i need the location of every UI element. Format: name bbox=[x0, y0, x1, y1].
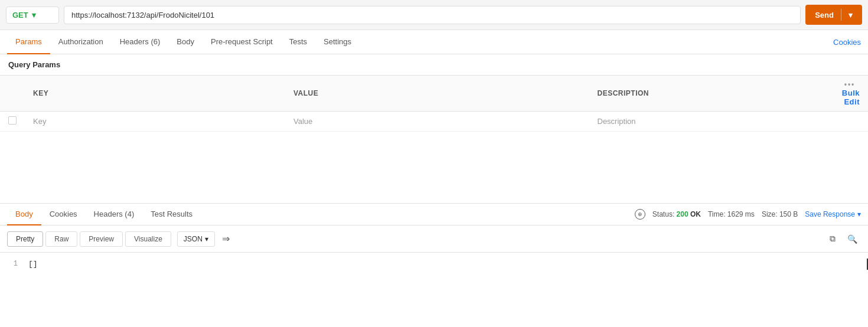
search-icon: 🔍 bbox=[847, 234, 857, 244]
table-row: Key Value Description bbox=[0, 112, 868, 132]
copy-btn[interactable]: ⧉ bbox=[826, 231, 839, 246]
copy-icon: ⧉ bbox=[830, 234, 836, 243]
save-response-btn[interactable]: Save Response ▾ bbox=[805, 210, 861, 218]
send-label: Send bbox=[815, 11, 834, 19]
search-btn[interactable]: 🔍 bbox=[844, 231, 861, 246]
row-checkbox[interactable] bbox=[8, 116, 17, 125]
value-placeholder: Value bbox=[293, 117, 312, 126]
tab-authorization[interactable]: Authorization bbox=[50, 30, 112, 54]
line-content-1: [] bbox=[24, 259, 868, 270]
cookies-link[interactable]: Cookies bbox=[833, 31, 861, 54]
method-chevron-icon: ▾ bbox=[32, 11, 36, 19]
response-tabs-bar: Body Cookies Headers (4) Test Results ⊕ … bbox=[0, 204, 868, 225]
value-column-header: VALUE bbox=[285, 76, 589, 112]
time-value: 1629 ms bbox=[727, 210, 755, 218]
method-selector[interactable]: GET ▾ bbox=[6, 6, 59, 24]
response-tab-headers[interactable]: Headers (4) bbox=[86, 204, 143, 225]
method-label: GET bbox=[12, 11, 28, 19]
description-column-header: DESCRIPTION bbox=[589, 76, 821, 112]
size-value: 150 B bbox=[779, 210, 798, 218]
tab-params[interactable]: Params bbox=[7, 30, 50, 54]
value-cell[interactable]: Value bbox=[285, 112, 589, 132]
response-tab-testresults[interactable]: Test Results bbox=[142, 204, 201, 225]
tab-settings[interactable]: Settings bbox=[315, 30, 360, 54]
response-tab-body[interactable]: Body bbox=[7, 204, 41, 225]
description-placeholder: Description bbox=[598, 117, 636, 126]
tab-tests[interactable]: Tests bbox=[281, 30, 315, 54]
format-type-chevron-icon: ▾ bbox=[205, 235, 208, 243]
tab-headers[interactable]: Headers (6) bbox=[112, 30, 169, 54]
line-number-1: 1 bbox=[0, 259, 24, 269]
send-chevron-icon: ▾ bbox=[849, 11, 853, 19]
row-checkbox-cell bbox=[0, 112, 25, 132]
key-placeholder: Key bbox=[33, 117, 46, 126]
format-type-label: JSON bbox=[184, 235, 203, 243]
send-button[interactable]: Send ▾ bbox=[805, 5, 862, 25]
time-label: Time: 1629 ms bbox=[708, 210, 755, 218]
url-bar: GET ▾ Send ▾ bbox=[0, 0, 868, 30]
wrap-icon: ⇒ bbox=[222, 234, 230, 244]
raw-btn[interactable]: Raw bbox=[45, 231, 77, 247]
status-text: OK bbox=[690, 210, 701, 218]
app-container: GET ▾ Send ▾ Params Authorization Header… bbox=[0, 0, 868, 327]
wrap-btn[interactable]: ⇒ bbox=[217, 230, 234, 247]
response-tab-cookies[interactable]: Cookies bbox=[41, 204, 86, 225]
format-bar: Pretty Raw Preview Visualize JSON ▾ ⇒ ⧉ … bbox=[0, 225, 868, 253]
status-label: Status: 200 OK bbox=[652, 210, 701, 218]
actions-col-header: ••• Bulk Edit bbox=[821, 76, 868, 112]
visualize-btn[interactable]: Visualize bbox=[125, 231, 171, 247]
preview-btn[interactable]: Preview bbox=[80, 231, 123, 247]
pretty-btn[interactable]: Pretty bbox=[7, 231, 43, 247]
description-cell[interactable]: Description bbox=[589, 112, 821, 132]
size-label: Size: 150 B bbox=[762, 210, 798, 218]
tab-prerequest[interactable]: Pre-request Script bbox=[203, 30, 281, 54]
key-cell[interactable]: Key bbox=[25, 112, 285, 132]
tab-body[interactable]: Body bbox=[168, 30, 203, 54]
request-tabs-bar: Params Authorization Headers (6) Body Pr… bbox=[0, 30, 868, 54]
status-code: 200 bbox=[677, 210, 688, 218]
code-area[interactable]: 1 [] bbox=[0, 253, 868, 276]
format-bar-right: ⧉ 🔍 bbox=[826, 231, 861, 246]
checkbox-header-col bbox=[0, 76, 25, 112]
upper-panel: Query Params KEY VALUE DESCRIPTION ••• B… bbox=[0, 54, 868, 203]
params-table: KEY VALUE DESCRIPTION ••• Bulk Edit bbox=[0, 75, 868, 132]
globe-icon: ⊕ bbox=[635, 209, 645, 220]
more-options-icon[interactable]: ••• bbox=[844, 80, 856, 89]
save-response-chevron-icon: ▾ bbox=[857, 210, 861, 218]
send-divider bbox=[841, 9, 841, 21]
lower-panel: Body Cookies Headers (4) Test Results ⊕ … bbox=[0, 203, 868, 327]
key-column-header: KEY bbox=[25, 76, 285, 112]
response-meta: ⊕ Status: 200 OK Time: 1629 ms Size: 150… bbox=[635, 209, 861, 220]
row-actions-cell bbox=[821, 112, 868, 132]
format-type-selector[interactable]: JSON ▾ bbox=[177, 231, 215, 247]
query-params-title: Query Params bbox=[0, 54, 868, 75]
code-line-1: 1 [] bbox=[0, 259, 868, 270]
url-input[interactable] bbox=[64, 6, 801, 24]
bulk-edit-btn[interactable]: Bulk Edit bbox=[842, 89, 860, 106]
